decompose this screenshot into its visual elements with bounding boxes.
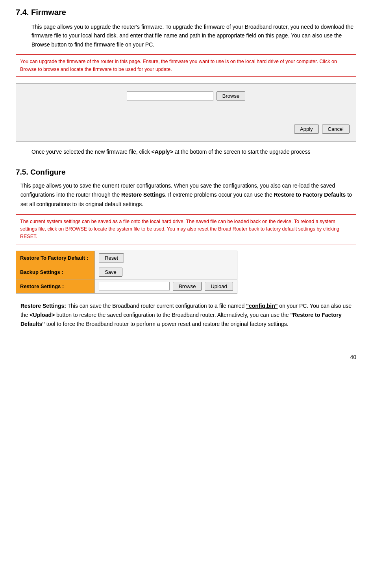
save-button[interactable]: Save — [99, 268, 122, 277]
table-row: Restore To Factory Default : Reset — [16, 251, 237, 265]
restore-settings-label: Restore Settings : — [16, 279, 95, 293]
backup-settings-label: Backup Settings : — [16, 265, 95, 279]
page-number: 40 — [350, 354, 356, 360]
configure-heading: 7.5. Configure — [16, 168, 356, 177]
table-row: Backup Settings : Save — [16, 265, 237, 279]
restore-settings-input[interactable] — [99, 282, 170, 290]
restore-browse-button[interactable]: Browse — [173, 282, 202, 291]
firmware-after-text: Once you've selected the new firmware fi… — [31, 147, 356, 156]
backup-settings-action: Save — [95, 265, 237, 279]
firmware-section: 7.4. Firmware This page allows you to up… — [16, 8, 356, 156]
restore-factory-action: Reset — [95, 251, 237, 265]
configure-table: Restore To Factory Default : Reset Backu… — [16, 251, 237, 294]
firmware-heading: 7.4. Firmware — [16, 8, 356, 17]
firmware-notice: You can upgrade the firmware of the rout… — [16, 54, 356, 77]
firmware-file-input[interactable] — [127, 91, 213, 101]
firmware-intro: This page allows you to upgrade the rout… — [31, 22, 356, 49]
page-footer: 40 — [16, 337, 356, 360]
restore-settings-row: Browse Upload — [99, 282, 233, 291]
configure-notice: The current system settings can be saved… — [16, 214, 356, 244]
restore-settings-description: Restore Settings: This can save the Broa… — [20, 301, 356, 329]
firmware-browse-button[interactable]: Browse — [217, 91, 245, 100]
firmware-file-row: Browse — [22, 91, 350, 101]
reset-button[interactable]: Reset — [99, 253, 124, 262]
upload-button[interactable]: Upload — [205, 282, 233, 291]
firmware-cancel-button[interactable]: Cancel — [322, 125, 350, 134]
restore-factory-label: Restore To Factory Default : — [16, 251, 95, 265]
firmware-form: Browse Apply Cancel — [16, 83, 356, 142]
firmware-apply-button[interactable]: Apply — [294, 125, 319, 134]
configure-section: 7.5. Configure This page allows you to s… — [16, 168, 356, 329]
restore-settings-action: Browse Upload — [95, 279, 237, 293]
configure-intro: This page allows you to save the current… — [20, 181, 356, 208]
table-row: Restore Settings : Browse Upload — [16, 279, 237, 293]
firmware-button-row: Apply Cancel — [22, 125, 350, 134]
